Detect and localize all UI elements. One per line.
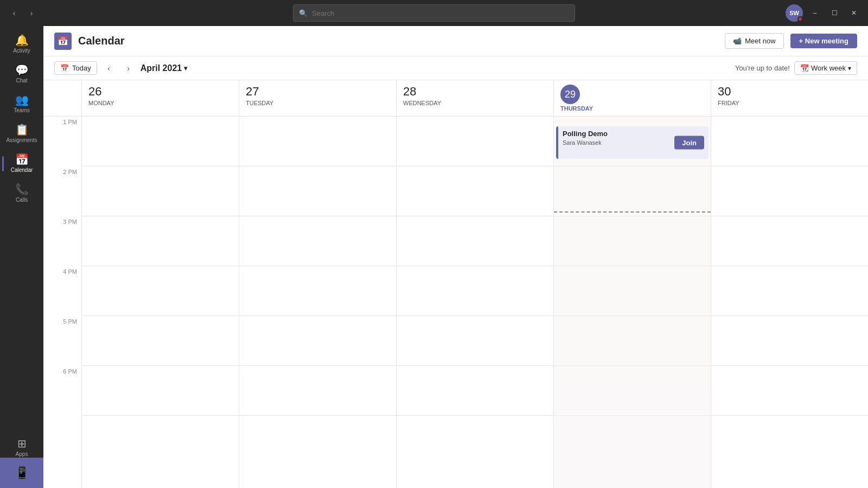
day-name-4: Friday xyxy=(718,100,861,106)
search-icon: 🔍 xyxy=(299,9,308,17)
meet-now-label: Meet now xyxy=(745,37,775,45)
time-column: 1 PM 2 PM 3 PM 4 PM 5 PM 6 PM xyxy=(43,117,81,488)
join-meeting-button[interactable]: Join xyxy=(674,136,704,150)
calendar-toolbar: 📅 Today ‹ › April 2021 ▾ You're up to da… xyxy=(43,56,868,80)
day-name-2: Wednesday xyxy=(403,100,547,106)
meet-now-button[interactable]: 📹 Meet now xyxy=(725,33,783,49)
uptodate-status: You're up to date! xyxy=(735,64,790,72)
new-meeting-button[interactable]: + New meeting xyxy=(790,34,857,48)
prev-week-button[interactable]: ‹ xyxy=(101,61,117,76)
workweek-dropdown-icon: ▾ xyxy=(848,65,851,72)
phone-tab[interactable]: 📱 xyxy=(0,458,43,488)
workweek-icon: 📆 xyxy=(800,64,809,72)
search-bar[interactable]: 🔍 xyxy=(293,4,575,22)
sidebar-item-label-assignments: Assignments xyxy=(6,137,37,143)
search-input[interactable] xyxy=(312,9,569,17)
title-bar-right: SW – ☐ ✕ xyxy=(786,4,861,22)
next-week-button[interactable]: › xyxy=(121,61,136,76)
avatar-button[interactable]: SW xyxy=(786,4,803,22)
day-header-3: 29 Thursday xyxy=(553,80,711,116)
phone-tab-icon: 📱 xyxy=(15,466,29,480)
calendar-body: 1 PM 2 PM 3 PM 4 PM 5 PM 6 PM xyxy=(43,117,868,488)
time-slot-1pm: 1 PM xyxy=(43,117,81,166)
sidebar-item-calls[interactable]: 📞 Calls xyxy=(2,179,41,207)
time-slot-6pm: 6 PM xyxy=(43,366,81,416)
day-col-4 xyxy=(711,117,868,488)
title-bar: ‹ › 🔍 SW – ☐ ✕ xyxy=(0,0,868,26)
day-col-0 xyxy=(81,117,239,488)
sidebar-item-teams[interactable]: 👥 Teams xyxy=(2,90,41,118)
days-header: 26 Monday 27 Tuesday 28 Wednesday 29 Thu… xyxy=(43,80,868,117)
month-dropdown-icon: ▾ xyxy=(184,65,187,72)
nav-buttons: ‹ › xyxy=(7,5,39,21)
day-number-0: 26 xyxy=(88,85,232,99)
day-name-1: Tuesday xyxy=(246,100,390,106)
minimize-button[interactable]: – xyxy=(807,5,822,21)
apps-icon: ⊞ xyxy=(17,438,27,449)
time-gutter-header xyxy=(43,80,81,116)
teams-icon: 👥 xyxy=(15,94,29,105)
day-number-4: 30 xyxy=(718,85,861,99)
time-slot-4pm: 4 PM xyxy=(43,266,81,316)
day-number-2: 28 xyxy=(403,85,547,99)
days-grid: Polling Demo Sara Wanasek Join xyxy=(81,117,868,488)
day-header-1: 27 Tuesday xyxy=(239,80,396,116)
today-button[interactable]: 📅 Today xyxy=(54,61,97,75)
activity-icon: 🔔 xyxy=(15,35,29,46)
sidebar-item-label-activity: Activity xyxy=(13,48,30,54)
today-label: Today xyxy=(72,64,91,72)
calendar-nav-icon: 📅 xyxy=(15,154,29,165)
sidebar-item-chat[interactable]: 💬 Chat xyxy=(2,60,41,88)
day-header-4: 30 Friday xyxy=(711,80,868,116)
close-button[interactable]: ✕ xyxy=(846,5,861,21)
day-number-3: 29 xyxy=(560,85,580,104)
nav-back-button[interactable]: ‹ xyxy=(7,5,22,21)
app-layout: 🔔 Activity 💬 Chat 👥 Teams 📋 Assignments … xyxy=(0,26,868,488)
calendar-header: 📅 Calendar 📹 Meet now + New meeting xyxy=(43,26,868,56)
time-slot-3pm: 3 PM xyxy=(43,216,81,266)
maximize-button[interactable]: ☐ xyxy=(827,5,842,21)
workweek-label: Work week xyxy=(811,64,846,72)
sidebar: 🔔 Activity 💬 Chat 👥 Teams 📋 Assignments … xyxy=(0,26,43,488)
sidebar-item-label-calendar: Calendar xyxy=(11,167,33,173)
day-number-1: 27 xyxy=(246,85,390,99)
chat-icon: 💬 xyxy=(15,65,29,75)
meet-now-icon: 📹 xyxy=(733,37,742,45)
main-content: 📅 Calendar 📹 Meet now + New meeting 📅 To… xyxy=(43,26,868,488)
sidebar-item-label-calls: Calls xyxy=(16,197,28,203)
day-header-0: 26 Monday xyxy=(81,80,239,116)
workweek-button[interactable]: 📆 Work week ▾ xyxy=(794,61,857,75)
avatar-status-badge xyxy=(797,16,803,22)
time-slot-2pm: 2 PM xyxy=(43,166,81,216)
current-time-indicator xyxy=(554,211,711,213)
time-slot-5pm: 5 PM xyxy=(43,316,81,366)
day-col-3: Polling Demo Sara Wanasek Join xyxy=(553,117,711,488)
day-col-1 xyxy=(239,117,396,488)
calendar-app-icon: 📅 xyxy=(54,33,72,50)
day-header-2: 28 Wednesday xyxy=(396,80,553,116)
title-bar-left: ‹ › xyxy=(7,5,39,21)
month-label[interactable]: April 2021 ▾ xyxy=(141,63,187,73)
day-name-0: Monday xyxy=(88,100,232,106)
new-meeting-label: + New meeting xyxy=(799,37,848,45)
today-icon: 📅 xyxy=(60,64,69,72)
sidebar-item-activity[interactable]: 🔔 Activity xyxy=(2,30,41,58)
nav-forward-button[interactable]: › xyxy=(24,5,39,21)
avatar-initials: SW xyxy=(789,10,799,16)
sidebar-item-calendar[interactable]: 📅 Calendar xyxy=(2,150,41,177)
page-title: Calendar xyxy=(78,35,718,47)
calls-icon: 📞 xyxy=(15,184,29,195)
calendar-grid: 26 Monday 27 Tuesday 28 Wednesday 29 Thu… xyxy=(43,80,868,488)
sidebar-item-label-teams: Teams xyxy=(14,107,29,113)
sidebar-item-assignments[interactable]: 📋 Assignments xyxy=(2,120,41,147)
assignments-icon: 📋 xyxy=(15,124,29,135)
day-name-3: Thursday xyxy=(560,105,704,112)
sidebar-item-label-chat: Chat xyxy=(16,78,27,84)
sidebar-item-label-apps: Apps xyxy=(16,451,28,457)
day-col-2 xyxy=(396,117,553,488)
event-card-polling-demo[interactable]: Polling Demo Sara Wanasek Join xyxy=(556,126,709,159)
event-title: Polling Demo xyxy=(563,130,608,138)
